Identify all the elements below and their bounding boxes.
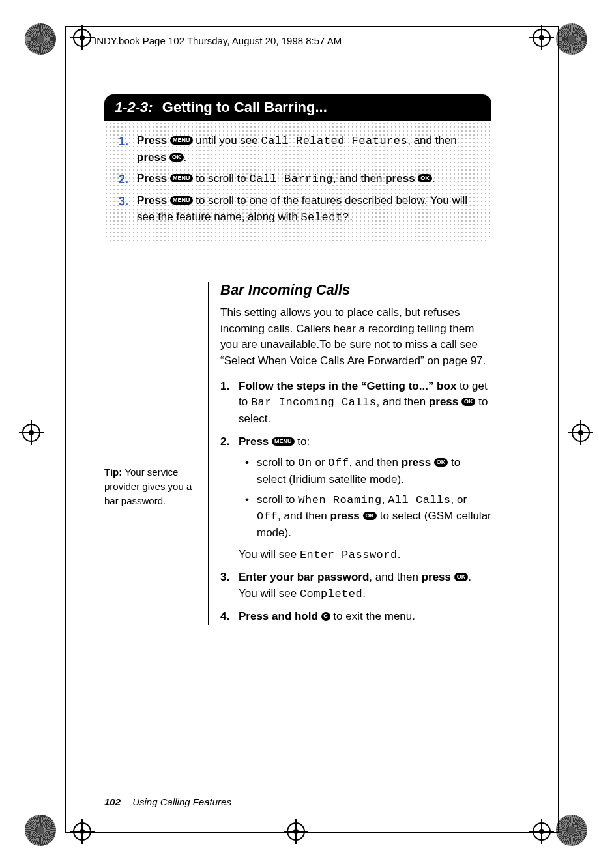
- rosette-icon: [25, 23, 56, 55]
- tip-sidebar: Tip: Your service provider gives you a b…: [104, 282, 209, 625]
- rosette-icon: [556, 23, 587, 55]
- ok-key-icon: OK: [418, 174, 432, 182]
- text-run: Press: [239, 435, 272, 448]
- text-run: Off: [328, 457, 349, 469]
- main-step: 2.Press MENU to:scroll to On or Off, and…: [220, 434, 491, 563]
- step-number: 1.: [220, 379, 229, 395]
- menu-key-icon: MENU: [272, 437, 295, 446]
- box-step: 2.Press MENU to scroll to Call Barring, …: [119, 171, 477, 188]
- main-step: 3.Enter your bar password, and then pres…: [220, 570, 491, 602]
- text-run: , and then: [333, 172, 385, 184]
- step-number: 1.: [119, 133, 128, 150]
- text-run: to scroll to: [193, 172, 250, 184]
- text-run: to exit the menu.: [330, 610, 415, 622]
- step-number: 3.: [119, 193, 128, 210]
- registration-mark-icon: [22, 424, 40, 442]
- header-rule: [68, 51, 556, 51]
- page-footer: 102 Using Calling Features: [104, 796, 231, 807]
- text-run: until you see: [193, 134, 261, 147]
- text-run: Press and hold: [239, 610, 321, 622]
- rosette-icon: [556, 815, 587, 846]
- text-run: , or: [451, 493, 467, 506]
- text-run: Enter Password: [300, 549, 398, 561]
- text-run: , and then: [369, 571, 421, 583]
- text-run: .: [362, 587, 366, 600]
- ok-key-icon: OK: [169, 153, 184, 162]
- registration-mark-icon: [572, 424, 590, 442]
- text-run: Press: [137, 172, 170, 184]
- text-run: press: [330, 510, 362, 522]
- menu-key-icon: MENU: [170, 136, 193, 145]
- main-step: 4.Press and hold C to exit the menu.: [220, 609, 491, 625]
- section-intro: This setting allows you to place calls, …: [220, 305, 491, 369]
- text-run: , and then: [377, 396, 429, 408]
- text-run: press: [429, 396, 461, 408]
- text-run: .: [349, 210, 353, 223]
- ok-key-icon: OK: [363, 512, 377, 520]
- text-run: press: [385, 172, 418, 184]
- menu-key-icon: MENU: [170, 174, 193, 182]
- text-run: Follow the steps in the “Getting to...” …: [239, 380, 456, 392]
- text-run: ,: [382, 493, 388, 506]
- section-title: Bar Incoming Calls: [220, 282, 491, 298]
- text-run: On: [298, 457, 312, 469]
- text-run: Select?: [300, 211, 349, 224]
- text-run: .: [184, 151, 187, 164]
- text-run: , and then: [349, 456, 401, 469]
- text-run: press: [422, 571, 454, 583]
- text-run: Enter your bar password: [239, 571, 369, 583]
- sub-bullet: scroll to On or Off, and then press OK t…: [245, 455, 491, 487]
- text-run: Off: [257, 510, 278, 523]
- steps-heading: 1-2-3: Getting to Call Barring...: [104, 94, 491, 121]
- tip-lead: Tip:: [104, 467, 124, 478]
- c-key-icon: C: [321, 612, 330, 621]
- text-run: to:: [295, 435, 310, 448]
- step-number: 2.: [119, 171, 128, 188]
- text-run: , and then: [278, 510, 330, 522]
- ok-key-icon: OK: [454, 573, 469, 581]
- ok-key-icon: OK: [434, 458, 448, 467]
- text-run: When Roaming: [298, 494, 381, 506]
- text-run: Bar Incoming Calls: [251, 396, 377, 409]
- step-number: 2.: [220, 434, 229, 450]
- text-run: scroll to: [257, 493, 298, 506]
- heading-title: Getting to Call Barring...: [162, 99, 327, 115]
- text-run: scroll to: [257, 456, 298, 469]
- text-run: Completed: [300, 588, 362, 600]
- rosette-icon: [25, 815, 56, 846]
- steps-box: 1.Press MENU until you see Call Related …: [104, 121, 491, 242]
- heading-lead: 1-2-3:: [115, 99, 153, 115]
- menu-key-icon: MENU: [170, 196, 193, 205]
- ok-key-icon: OK: [461, 398, 476, 406]
- text-run: or: [312, 456, 329, 469]
- box-step: 1.Press MENU until you see Call Related …: [119, 133, 477, 166]
- text-run: Press: [137, 134, 170, 147]
- page-number: 102: [104, 796, 121, 807]
- footer-section: Using Calling Features: [132, 796, 231, 807]
- text-run: .: [398, 548, 401, 560]
- text-run: Call Barring: [249, 173, 332, 185]
- print-header: INDY.book Page 102 Thursday, August 20, …: [94, 35, 342, 46]
- text-run: , and then: [407, 134, 457, 147]
- step-tail: You will see Enter Password.: [239, 547, 491, 564]
- box-step: 3.Press MENU to scroll to one of the fea…: [119, 193, 477, 225]
- sub-bullet: scroll to When Roaming, All Calls, or Of…: [245, 492, 491, 542]
- text-run: Call Related Features: [261, 135, 407, 147]
- main-step: 1.Follow the steps in the “Getting to...…: [220, 379, 491, 427]
- text-run: press: [137, 151, 169, 164]
- text-run: All Calls: [388, 494, 450, 506]
- step-number: 3.: [220, 570, 229, 586]
- page-content: 1-2-3: Getting to Call Barring... 1.Pres…: [104, 94, 491, 625]
- text-run: Press: [137, 194, 170, 207]
- text-run: You will see: [239, 548, 300, 560]
- text-run: .: [432, 172, 435, 184]
- text-run: press: [402, 456, 434, 469]
- step-number: 4.: [220, 609, 229, 625]
